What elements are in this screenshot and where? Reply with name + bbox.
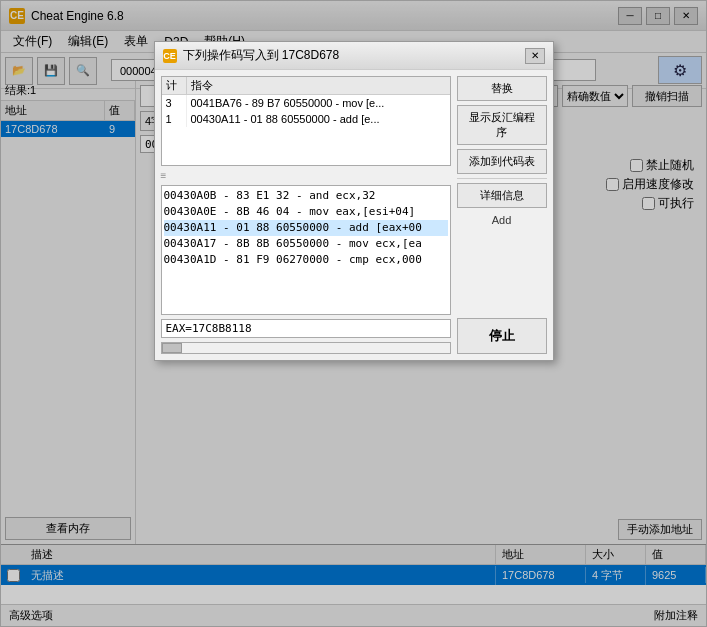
replace-button[interactable]: 替换 <box>457 76 547 101</box>
dialog-body: 计 指令 3 0041BA76 - 89 B7 60550000 - mov [… <box>155 70 553 360</box>
code-line-2: 00430A11 - 01 88 60550000 - add [eax+00 <box>164 220 448 236</box>
eax-value-display: EAX=17C8B8118 <box>161 319 451 338</box>
dialog-left: 计 指令 3 0041BA76 - 89 B7 60550000 - mov [… <box>161 76 451 354</box>
instr-row-0[interactable]: 3 0041BA76 - 89 B7 60550000 - mov [e... <box>162 95 450 111</box>
instr-col-count: 计 <box>162 77 187 94</box>
instructions-table[interactable]: 计 指令 3 0041BA76 - 89 B7 60550000 - mov [… <box>161 76 451 166</box>
code-area[interactable]: 00430A0B - 83 E1 32 - and ecx,32 00430A0… <box>161 185 451 315</box>
instr-col-instruction: 指令 <box>187 77 450 94</box>
dialog-close-button[interactable]: ✕ <box>525 48 545 64</box>
add-label: Add <box>457 212 547 228</box>
stop-button[interactable]: 停止 <box>457 318 547 354</box>
main-window: CE Cheat Engine 6.8 ─ □ ✕ 文件(F) 编辑(E) 表单… <box>0 0 707 627</box>
dialog-title-bar: CE 下列操作码写入到 17C8D678 ✕ <box>155 42 553 70</box>
dialog-title: 下列操作码写入到 17C8D678 <box>183 47 525 64</box>
h-scrollbar[interactable] <box>161 342 451 354</box>
scroll-indicator: ≡ <box>161 170 451 181</box>
dialog-overlay: CE 下列操作码写入到 17C8D678 ✕ 计 指令 <box>1 1 706 626</box>
dialog-icon: CE <box>163 49 177 63</box>
instr-row-1[interactable]: 1 00430A11 - 01 88 60550000 - add [e... <box>162 111 450 127</box>
instr-instruction-1: 00430A11 - 01 88 60550000 - add [e... <box>187 111 450 127</box>
code-line-1: 00430A0E - 8B 46 04 - mov eax,[esi+04] <box>164 204 448 220</box>
detail-info-button[interactable]: 详细信息 <box>457 183 547 208</box>
h-scroll-thumb[interactable] <box>162 343 182 353</box>
code-line-4: 00430A1D - 81 F9 06270000 - cmp ecx,000 <box>164 252 448 268</box>
instr-header: 计 指令 <box>162 77 450 95</box>
instr-instruction-0: 0041BA76 - 89 B7 60550000 - mov [e... <box>187 95 450 111</box>
separator <box>457 178 547 179</box>
code-line-0: 00430A0B - 83 E1 32 - and ecx,32 <box>164 188 448 204</box>
add-to-codelist-button[interactable]: 添加到代码表 <box>457 149 547 174</box>
show-disasm-button[interactable]: 显示反汇编程序 <box>457 105 547 145</box>
instr-count-1: 1 <box>162 111 187 127</box>
code-line-3: 00430A17 - 8B 8B 60550000 - mov ecx,[ea <box>164 236 448 252</box>
dialog: CE 下列操作码写入到 17C8D678 ✕ 计 指令 <box>154 41 554 361</box>
dialog-right: 替换 显示反汇编程序 添加到代码表 详细信息 Add 停止 <box>457 76 547 354</box>
instr-count-0: 3 <box>162 95 187 111</box>
